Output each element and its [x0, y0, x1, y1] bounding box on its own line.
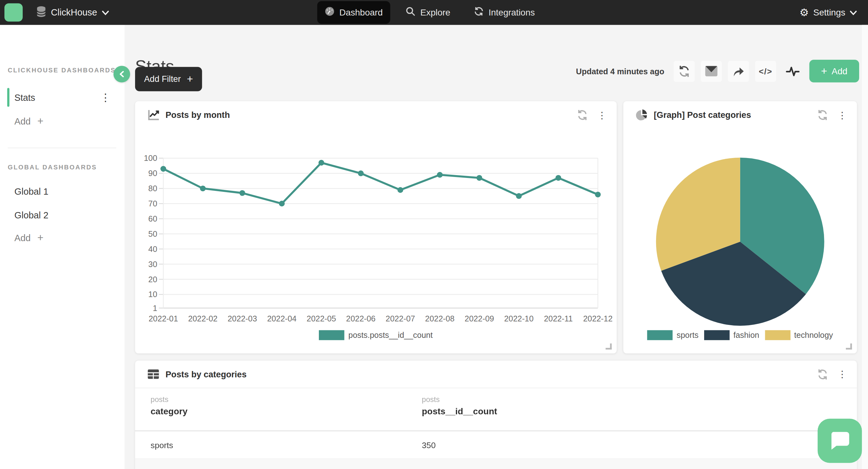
svg-text:1: 1 [153, 304, 157, 312]
active-indicator-bar [7, 88, 9, 107]
plus-icon: + [37, 115, 43, 127]
gauge-icon [325, 7, 334, 18]
refresh-button[interactable] [674, 61, 695, 82]
legend-label: posts.posts__id__count [348, 331, 433, 340]
table-row[interactable]: fashion330 [135, 459, 857, 469]
pulse-icon [785, 65, 800, 77]
table-row[interactable]: sports350 [135, 431, 857, 459]
legend-swatch [647, 330, 673, 340]
main-content: Stats Updated 4 minutes ago </> + Add [125, 25, 868, 469]
chevron-down-icon [850, 8, 857, 18]
data-table: posts category posts posts__id__countspo… [135, 389, 857, 469]
settings-menu[interactable]: ⚙ Settings [799, 0, 857, 25]
svg-text:10: 10 [148, 290, 157, 299]
svg-text:20: 20 [148, 275, 157, 284]
active-indicator-bar [7, 182, 9, 201]
sidebar-item-stats[interactable]: Stats ⋮ [0, 88, 125, 107]
table-column-group: posts [151, 395, 422, 404]
plus-icon: + [821, 65, 827, 77]
sidebar-item-global-1[interactable]: Global 1 [0, 181, 125, 201]
table-column-header[interactable]: posts posts__id__count [422, 395, 857, 416]
sidebar-divider [8, 147, 116, 148]
card-posts-by-month: Posts by month ⋮ 10090807060504030201012… [135, 101, 617, 353]
nav-tabs: Dashboard Explore Integrations [317, 0, 542, 25]
legend-item[interactable]: technology [765, 330, 833, 340]
tab-integrations[interactable]: Integrations [466, 1, 543, 24]
add-label: Add [14, 116, 31, 126]
tab-dashboard[interactable]: Dashboard [317, 1, 390, 24]
add-dashboard-button[interactable]: Add + [14, 115, 44, 127]
app-root: ClickHouse Dashboard Explore [0, 0, 868, 469]
refresh-icon[interactable] [816, 368, 829, 380]
settings-label: Settings [813, 8, 845, 18]
add-button-label: Add [832, 66, 847, 76]
last-updated-text: Updated 4 minutes ago [576, 67, 664, 75]
sidebar-section-title-global: GLOBAL DASHBOARDS [8, 164, 97, 170]
svg-text:2022-11: 2022-11 [544, 314, 572, 323]
svg-text:30: 30 [148, 260, 157, 269]
table-cell: 350 [422, 440, 857, 450]
plus-icon: + [37, 232, 43, 244]
add-filter-button[interactable]: Add Filter + [135, 67, 202, 91]
resize-handle[interactable] [846, 343, 852, 349]
legend-swatch [319, 330, 345, 340]
add-tile-button[interactable]: + Add [809, 60, 860, 82]
table-column-header[interactable]: posts category [151, 395, 422, 416]
table-cell: sports [151, 440, 422, 450]
tab-explore[interactable]: Explore [398, 1, 458, 24]
embed-code-button[interactable]: </> [755, 61, 776, 82]
line-chart-legend: posts.posts__id__count [135, 330, 617, 340]
add-label: Add [14, 233, 31, 243]
legend-swatch [704, 330, 730, 340]
sidebar-collapse-button[interactable] [114, 66, 130, 82]
table-header-row: posts category posts posts__id__count [135, 389, 857, 432]
chat-bubble-icon [829, 431, 851, 451]
legend-item[interactable]: sports [647, 330, 699, 340]
sidebar-item-global-2[interactable]: Global 2 [0, 205, 125, 225]
scrollbar-track[interactable] [862, 25, 868, 469]
svg-text:70: 70 [148, 199, 157, 208]
card-header: Posts by categories ⋮ [135, 361, 857, 389]
table-cell: 330 [422, 468, 857, 469]
svg-text:90: 90 [148, 169, 157, 178]
svg-text:2022-06: 2022-06 [346, 314, 375, 323]
workspace-switcher[interactable]: ClickHouse [37, 0, 110, 25]
sidebar-item-label: Stats [14, 92, 35, 102]
tab-dashboard-label: Dashboard [339, 8, 383, 18]
legend-swatch [765, 330, 790, 340]
app-logo[interactable] [4, 3, 23, 22]
svg-text:60: 60 [148, 214, 157, 223]
table-column-name: category [151, 406, 422, 416]
active-indicator-bar [7, 206, 9, 225]
svg-text:2022-10: 2022-10 [504, 314, 534, 323]
svg-text:80: 80 [148, 184, 157, 193]
tab-integrations-label: Integrations [488, 8, 535, 18]
chat-widget-button[interactable] [818, 419, 862, 463]
add-global-dashboard-button[interactable]: Add + [14, 232, 44, 244]
legend-item[interactable]: fashion [704, 330, 760, 340]
kebab-menu-icon[interactable]: ⋮ [100, 91, 111, 104]
gear-icon: ⚙ [799, 7, 809, 18]
email-button[interactable] [701, 61, 722, 82]
dashboard-toolbar: Updated 4 minutes ago </> + Add [576, 60, 859, 82]
svg-text:2022-02: 2022-02 [188, 314, 218, 323]
add-filter-label: Add Filter [144, 74, 181, 85]
table-icon [147, 369, 160, 379]
envelope-icon [705, 65, 718, 77]
refresh-icon [678, 64, 691, 78]
legend-item[interactable]: posts.posts__id__count [319, 330, 433, 340]
kebab-menu-icon[interactable]: ⋮ [838, 369, 847, 379]
database-icon [37, 6, 46, 19]
share-arrow-icon [732, 65, 745, 77]
svg-text:2022-09: 2022-09 [465, 314, 494, 323]
sync-icon [473, 7, 484, 18]
svg-text:2022-01: 2022-01 [149, 314, 178, 323]
activity-button[interactable] [782, 61, 803, 82]
tab-explore-label: Explore [421, 8, 451, 18]
share-button[interactable] [728, 61, 749, 82]
legend-label: fashion [733, 331, 759, 340]
sidebar-item-label: Global 1 [14, 186, 49, 197]
card-title: Posts by categories [165, 369, 816, 379]
svg-text:40: 40 [148, 245, 157, 254]
resize-handle[interactable] [606, 343, 612, 349]
